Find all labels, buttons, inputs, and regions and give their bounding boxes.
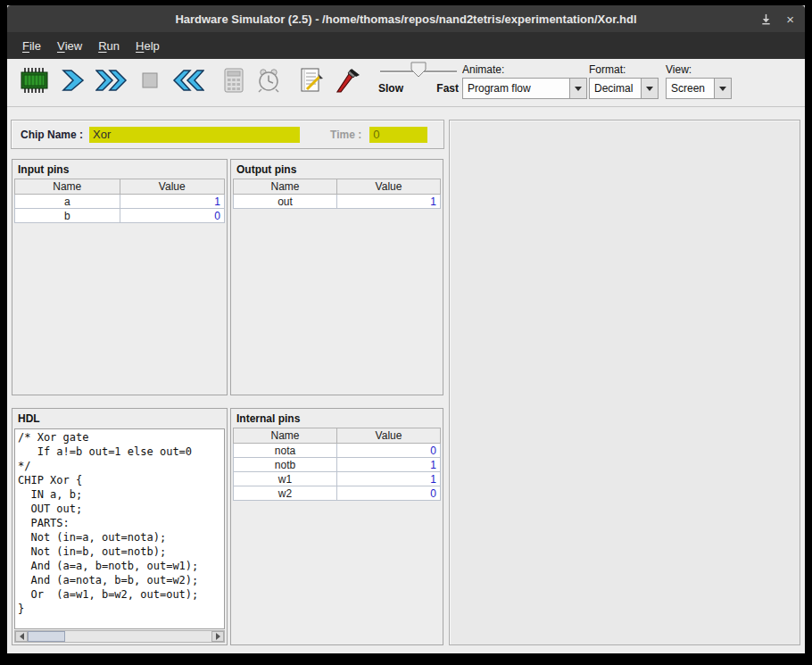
pin-value-cell: 0: [337, 486, 441, 501]
internal-pins-table: Name Value nota0notb1w11w20: [233, 428, 441, 501]
scrollbar-thumb[interactable]: [28, 631, 65, 642]
format-select[interactable]: Decimal: [589, 78, 659, 99]
slider-thumb: [411, 62, 426, 77]
menu-file[interactable]: File: [14, 32, 49, 59]
stop-icon: [135, 66, 165, 98]
input-pins-panel: Input pins Name Value a1b0: [12, 159, 228, 395]
animate-label: Animate:: [462, 63, 587, 76]
internal-pins-panel: Internal pins Name Value nota0notb1w11w2…: [230, 408, 443, 645]
titlebar: Hardware Simulator (2.5) - /home/thomas/…: [7, 5, 805, 32]
toolbar: Slow Fast Animate: Program flow Format: …: [7, 59, 805, 107]
scroll-left-icon[interactable]: [15, 631, 28, 642]
pin-value-cell: 1: [337, 472, 441, 486]
menubar: File View Run Help: [7, 32, 805, 59]
output-pins-title: Output pins: [231, 160, 443, 179]
time-field: 0: [369, 127, 427, 143]
pin-value-cell: 0: [337, 444, 441, 458]
pin-value-cell: 1: [337, 458, 441, 472]
pin-row: notb1: [234, 458, 441, 472]
chevron-down-icon[interactable]: [714, 79, 731, 98]
chip-name-bar: Chip Name : Xor Time : 0: [11, 120, 444, 149]
format-label: Format:: [589, 63, 659, 76]
view-value: Screen: [667, 79, 714, 98]
view-label: View:: [666, 63, 732, 76]
menu-help[interactable]: Help: [128, 32, 168, 59]
output-pins-panel: Output pins Name Value out1: [230, 159, 443, 395]
animate-select[interactable]: Program flow: [462, 78, 587, 99]
view-select[interactable]: Screen: [666, 78, 732, 99]
output-pins-table: Name Value out1: [233, 179, 441, 209]
pin-name-cell: out: [234, 195, 337, 209]
animate-value: Program flow: [463, 79, 569, 98]
pin-name-cell: notb: [234, 458, 337, 472]
main-content: Chip Name : Xor Time : 0 Input pins Name…: [7, 107, 805, 653]
stop-button[interactable]: [131, 63, 169, 101]
load-chip-icon: [19, 66, 51, 98]
name-column-header: Name: [234, 179, 337, 195]
clear-button[interactable]: [328, 63, 366, 101]
table-header-row: Name Value: [234, 179, 441, 195]
value-column-header: Value: [337, 179, 441, 195]
pin-name-cell: w1: [234, 472, 337, 486]
hdl-horizontal-scrollbar[interactable]: [14, 630, 225, 643]
chip-name-field[interactable]: Xor: [89, 127, 300, 143]
close-icon[interactable]: ×: [786, 12, 794, 26]
hdl-title: HDL: [12, 409, 227, 428]
rewind-icon: [172, 66, 204, 98]
input-pins-table: Name Value a1b0: [14, 179, 225, 223]
pin-name-cell: a: [15, 195, 120, 209]
script-button[interactable]: [292, 63, 329, 101]
scrollbar-track[interactable]: [28, 631, 211, 642]
pin-row: w20: [234, 486, 441, 501]
clear-icon: [331, 66, 363, 98]
pin-name-cell: b: [15, 209, 120, 223]
single-step-button[interactable]: [55, 63, 93, 101]
pin-row: w11: [234, 472, 441, 486]
input-pins-title: Input pins: [12, 160, 227, 179]
run-button[interactable]: [93, 63, 130, 101]
pin-value-cell[interactable]: 0: [120, 209, 225, 223]
chevron-down-icon[interactable]: [641, 79, 658, 98]
time-label: Time :: [330, 129, 361, 141]
pin-name-cell: nota: [234, 444, 337, 458]
minimize-icon[interactable]: [760, 13, 772, 25]
table-header-row: Name Value: [15, 179, 225, 195]
calculator-icon: [218, 66, 248, 98]
pin-value-cell[interactable]: 1: [120, 195, 225, 209]
load-chip-button[interactable]: [16, 63, 54, 101]
chip-name-label: Chip Name :: [21, 129, 83, 141]
script-icon: [295, 66, 326, 98]
scroll-right-icon[interactable]: [211, 631, 224, 642]
hdl-code-area: /* Xor gate If a!=b out=1 else out=0 */ …: [14, 428, 225, 629]
rewind-button[interactable]: [170, 63, 207, 101]
screen-view-panel: [449, 120, 800, 645]
pin-row: a1: [15, 195, 225, 209]
menu-run[interactable]: Run: [90, 32, 128, 59]
calculator-button[interactable]: [214, 63, 252, 101]
clock-icon: [253, 66, 284, 98]
pin-row: out1: [234, 195, 441, 209]
pin-row: nota0: [234, 444, 441, 458]
slider-slow-label: Slow: [378, 82, 403, 95]
value-column-header: Value: [337, 428, 441, 444]
window-title: Hardware Simulator (2.5) - /home/thomas/…: [175, 12, 636, 26]
internal-pins-title: Internal pins: [231, 409, 443, 428]
hdl-panel: HDL /* Xor gate If a!=b out=1 else out=0…: [12, 408, 228, 645]
window-controls: ×: [760, 5, 794, 32]
value-column-header: Value: [120, 179, 225, 195]
menu-view[interactable]: View: [49, 32, 90, 59]
pin-row: b0: [15, 209, 225, 223]
hardware-simulator-window: Hardware Simulator (2.5) - /home/thomas/…: [7, 5, 805, 653]
table-header-row: Name Value: [234, 428, 441, 444]
clock-button[interactable]: [250, 63, 287, 101]
pin-name-cell: w2: [234, 486, 337, 501]
speed-slider[interactable]: Slow Fast: [378, 61, 459, 95]
name-column-header: Name: [15, 179, 120, 195]
pin-value-cell: 1: [337, 195, 441, 209]
run-icon: [95, 66, 128, 98]
single-step-icon: [59, 66, 89, 98]
slider-fast-label: Fast: [436, 82, 459, 95]
format-value: Decimal: [590, 79, 641, 98]
chevron-down-icon[interactable]: [569, 79, 586, 98]
hdl-code: /* Xor gate If a!=b out=1 else out=0 */ …: [15, 429, 224, 616]
